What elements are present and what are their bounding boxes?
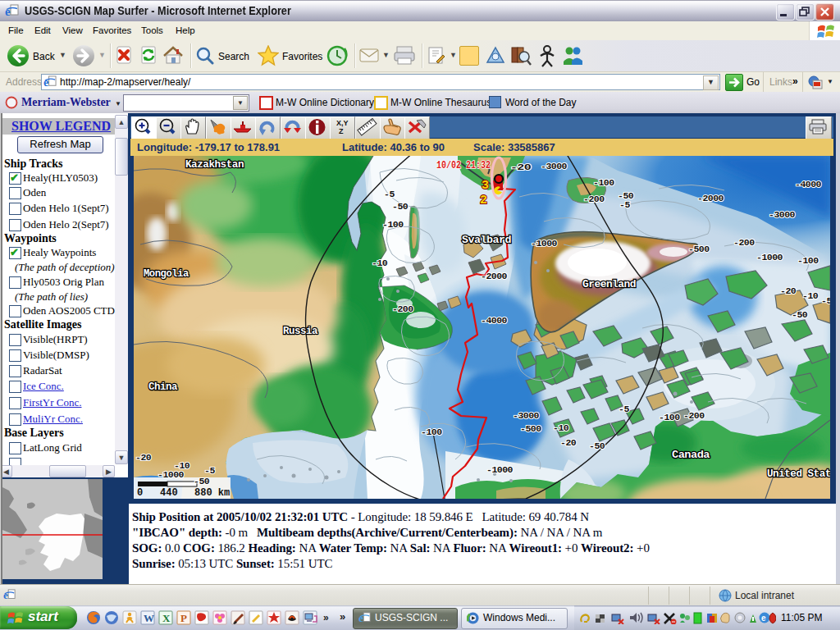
svg-text:-20: -20	[135, 452, 152, 463]
svg-text:-5: -5	[384, 189, 395, 199]
svg-text:-2000: -2000	[481, 271, 508, 281]
svg-text:-200: -200	[392, 304, 413, 314]
svg-text:-5: -5	[821, 295, 830, 306]
svg-text:e: e	[3, 589, 8, 601]
svg-text:-50: -50	[792, 309, 808, 320]
svg-text:-100: -100	[382, 219, 404, 230]
svg-text:-50: -50	[194, 476, 210, 486]
svg-text:United States: United States	[767, 468, 830, 480]
svg-text:-100: -100	[797, 255, 819, 266]
svg-text:-3000: -3000	[513, 410, 540, 421]
svg-text:e: e	[43, 75, 48, 89]
svg-text:3: 3	[482, 179, 489, 193]
svg-text:-100: -100	[659, 412, 680, 422]
svg-text:-5: -5	[619, 404, 629, 414]
svg-text:-3000: -3000	[541, 161, 568, 171]
svg-text:880 km: 880 km	[194, 487, 230, 499]
svg-text:-50: -50	[589, 441, 605, 451]
svg-text:Z: Z	[339, 127, 344, 135]
svg-text:-200: -200	[583, 194, 605, 204]
svg-text:-1000: -1000	[756, 252, 783, 262]
svg-text:-1000: -1000	[158, 469, 185, 480]
svg-text:440: 440	[160, 487, 178, 499]
svg-text:-2000: -2000	[697, 193, 724, 203]
svg-text:-10: -10	[372, 258, 388, 268]
svg-text:e: e	[5, 5, 11, 18]
svg-text:-500: -500	[688, 244, 710, 254]
svg-text:e: e	[358, 612, 363, 624]
svg-text:e: e	[761, 614, 766, 623]
svg-text:-4000: -4000	[795, 179, 822, 189]
svg-text:Canada: Canada	[672, 449, 710, 461]
svg-text:-1000: -1000	[486, 464, 514, 475]
svg-text:-20: -20	[780, 285, 797, 296]
svg-text:-20: -20	[560, 437, 577, 448]
svg-text:-100: -100	[593, 177, 614, 188]
svg-text:X: X	[162, 612, 171, 624]
svg-text:2: 2	[480, 194, 487, 208]
svg-text:China: China	[148, 381, 177, 393]
svg-text:-1000: -1000	[531, 238, 558, 249]
svg-text:»: »	[323, 612, 329, 623]
svg-text:Russia: Russia	[283, 325, 317, 337]
svg-text:-10: -10	[802, 290, 819, 301]
svg-text:Greenland: Greenland	[582, 278, 636, 290]
svg-text:Mongolia: Mongolia	[144, 267, 189, 280]
svg-text:W: W	[144, 612, 154, 624]
svg-text:0: 0	[137, 487, 143, 499]
svg-text:Svalbard: Svalbard	[462, 234, 511, 246]
svg-text:-5: -5	[619, 199, 630, 210]
svg-text:-3000: -3000	[769, 209, 796, 220]
svg-text:-200: -200	[733, 237, 755, 248]
svg-text:-4000: -4000	[481, 315, 508, 326]
svg-text:-20: -20	[510, 162, 532, 172]
svg-text:-100: -100	[421, 427, 442, 437]
svg-text:-10: -10	[553, 422, 569, 433]
svg-text:-5: -5	[204, 465, 215, 476]
svg-text:-500: -500	[520, 423, 541, 434]
svg-text:P: P	[180, 612, 187, 624]
svg-text:-200: -200	[683, 410, 705, 421]
svg-text:10/02 21:32: 10/02 21:32	[436, 159, 491, 171]
svg-text:-50: -50	[392, 201, 409, 212]
svg-text:Kazakhstan: Kazakhstan	[185, 158, 244, 171]
svg-text:X,Y: X,Y	[336, 119, 349, 127]
